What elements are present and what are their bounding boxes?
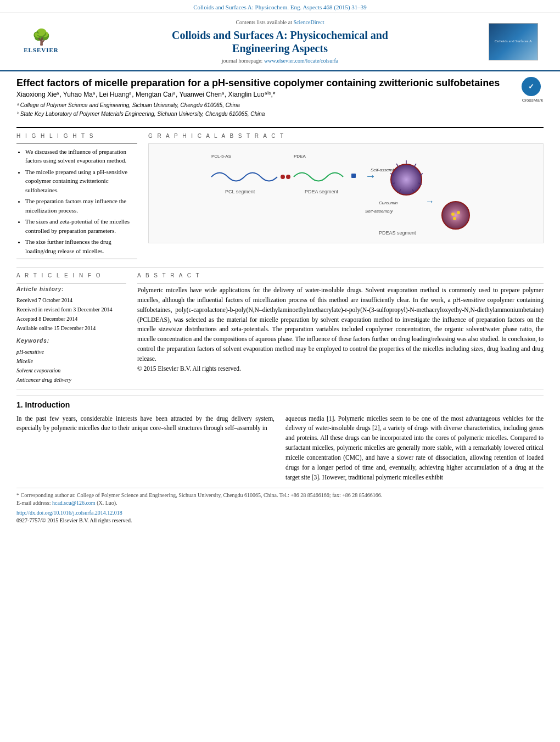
article-title-section: Effect factors of micelle preparation fo… (16, 77, 544, 122)
graphical-abstract-svg: PCL-b-AS PCL segment PDEA PDEA segment →… (154, 149, 537, 237)
accepted-date: Accepted 8 December 2014 (16, 314, 126, 323)
intro-col-right: aqueous media [1]. Polymeric micelles se… (285, 414, 544, 483)
cover-thumbnail: Colloids and Surfaces A (489, 23, 538, 60)
svg-point-1 (281, 175, 285, 179)
intro-col-left: In the past few years, considerable inte… (16, 414, 275, 483)
title-divider (16, 127, 544, 128)
journal-homepage: journal homepage: www.elsevier.com/locat… (77, 57, 483, 65)
journal-header: 🌳 ELSEVIER Contents lists available at S… (0, 13, 560, 71)
journal-citation: Colloids and Surfaces A: Physicochem. En… (193, 4, 367, 10)
article-title: Effect factors of micelle preparation fo… (16, 77, 516, 90)
available-date: Available online 15 December 2014 (16, 323, 126, 333)
abstract-col: A B S T R A C T Polymeric micelles have … (137, 272, 544, 384)
article-title-area: Effect factors of micelle preparation fo… (16, 77, 516, 119)
crossmark-label: CrossMark (522, 97, 544, 103)
highlights-label: H I G H L I G H T S (16, 132, 137, 140)
svg-text:→: → (425, 197, 434, 206)
journal-bar: Colloids and Surfaces A: Physicochem. En… (0, 0, 560, 13)
svg-text:Self-assembly: Self-assembly (365, 209, 393, 214)
keyword-3: Solvent evaporation (16, 366, 126, 375)
highlights-list: We discussed the influence of preparatio… (16, 147, 137, 256)
article-history: Received 7 October 2014 Received in revi… (16, 295, 126, 333)
doi-url[interactable]: http://dx.doi.org/10.1016/j.colsurfa.201… (16, 509, 544, 517)
journal-cover-image: Colloids and Surfaces A (489, 23, 549, 60)
revised-date: Received in revised form 3 December 2014 (16, 305, 126, 314)
crossmark-badge: ✓ (522, 77, 541, 96)
graphical-abstract-box: PCL-b-AS PCL segment PDEA PDEA segment →… (148, 143, 544, 243)
svg-text:Curcumin: Curcumin (379, 200, 398, 205)
highlights-col: H I G H L I G H T S We discussed the inf… (16, 132, 137, 263)
received-date: Received 7 October 2014 (16, 295, 126, 305)
svg-text:PCL-b-AS: PCL-b-AS (211, 154, 231, 159)
svg-point-23 (451, 213, 455, 216)
intro-text-left: In the past few years, considerable inte… (16, 414, 275, 434)
email-line: E-mail address: hcad.scu@126.com (X. Luo… (16, 499, 544, 507)
journal-title: Colloids and Surfaces A: Physicochemical… (77, 29, 483, 55)
svg-text:PDEA: PDEA (294, 154, 306, 159)
email-label: E-mail address: (16, 500, 51, 506)
homepage-url[interactable]: www.elsevier.com/locate/colsurfa (264, 58, 338, 64)
article-info-label: A R T I C L E I N F O (16, 272, 126, 280)
footnote-text: * Corresponding author at: College of Po… (16, 492, 544, 499)
info-divider (16, 283, 126, 283)
abstract-text: Polymeric micelles have wide application… (137, 286, 544, 364)
svg-rect-5 (351, 174, 356, 178)
elsevier-logo: 🌳 ELSEVIER (11, 30, 71, 54)
keyword-1: pH-sensitive (16, 347, 126, 356)
svg-point-22 (442, 202, 469, 229)
intro-heading: 1. Introduction (16, 400, 544, 411)
abstract-divider (137, 283, 544, 283)
crossmark-area: ✓ CrossMark (522, 77, 544, 103)
article-content: Effect factors of micelle preparation fo… (0, 71, 560, 530)
svg-point-25 (453, 217, 456, 220)
issn-text: 0927-7757/© 2015 Elsevier B.V. All right… (16, 517, 544, 525)
authors-line: Xiaoxiong Xieᵃ, Yuhao Maᵃ, Lei Huangᵃ, M… (16, 90, 516, 99)
abstract-label: A B S T R A C T (137, 272, 544, 280)
keywords-section: Keywords: pH-sensitive Micelle Solvent e… (16, 337, 126, 384)
svg-point-24 (457, 211, 460, 214)
highlight-item-1: We discussed the influence of preparatio… (25, 147, 137, 165)
doi-section: http://dx.doi.org/10.1016/j.colsurfa.201… (16, 509, 544, 525)
graphical-abstract-label: G R A P H I C A L A B S T R A C T (148, 132, 544, 140)
email-address[interactable]: hcad.scu@126.com (52, 500, 96, 506)
highlights-top-divider (16, 143, 137, 144)
intro-text-right: aqueous media [1]. Polymeric micelles se… (285, 414, 544, 483)
highlight-item-5: The size further influences the drug loa… (25, 237, 137, 255)
keywords-label: Keywords: (16, 337, 126, 345)
svg-point-4 (286, 175, 290, 179)
article-history-label: Article history: (16, 286, 126, 293)
affiliation-b: ᵇ State Key Laboratory of Polymer Materi… (16, 110, 516, 118)
highlight-item-2: The micelle prepared using a pH-sensitiv… (25, 168, 137, 195)
svg-text:PCL segment: PCL segment (225, 189, 255, 194)
intro-top-divider (16, 389, 544, 389)
footnote-section: * Corresponding author at: College of Po… (16, 488, 544, 507)
highlight-item-4: The sizes and zeta-potential of the mice… (25, 217, 137, 235)
article-info-col: A R T I C L E I N F O Article history: R… (16, 272, 126, 384)
keyword-4: Anticancer drug delivery (16, 375, 126, 384)
svg-text:PDEA segment: PDEA segment (305, 189, 339, 194)
email-note: (X. Luo). (97, 500, 117, 506)
keywords-list: pH-sensitive Micelle Solvent evaporation… (16, 347, 126, 384)
sciencedirect-link: Contents lists available at ScienceDirec… (77, 19, 483, 26)
highlights-graphical-section: H I G H L I G H T S We discussed the inf… (16, 132, 544, 263)
svg-text:PDEAS segment: PDEAS segment (379, 230, 416, 236)
sciencedirect-text[interactable]: ScienceDirect (293, 19, 324, 25)
journal-title-area: Contents lists available at ScienceDirec… (71, 19, 489, 65)
copyright-text: © 2015 Elsevier B.V. All rights reserved… (137, 364, 544, 374)
elsevier-tree-icon: 🌳 (32, 30, 51, 45)
highlights-bottom-divider (16, 259, 137, 259)
intro-two-col: In the past few years, considerable inte… (16, 414, 544, 483)
graphical-abstract-col: G R A P H I C A L A B S T R A C T PCL-b-… (148, 132, 544, 263)
section-divider (16, 267, 544, 267)
affiliation-a: ᵃ College of Polymer Science and Enginee… (16, 102, 516, 109)
highlight-item-3: The preparation factors may influence th… (25, 197, 137, 215)
svg-point-9 (391, 164, 422, 195)
elsevier-label: ELSEVIER (24, 46, 59, 54)
introduction-section: 1. Introduction In the past few years, c… (16, 395, 544, 482)
article-info-abstract-section: A R T I C L E I N F O Article history: R… (16, 272, 544, 384)
keyword-2: Micelle (16, 356, 126, 366)
